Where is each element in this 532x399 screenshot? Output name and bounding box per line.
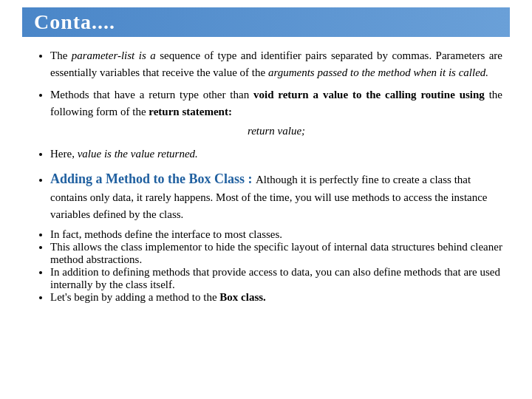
b2-text1: Methods that have a return type other th… xyxy=(50,89,253,100)
sb4-text1: Let's begin by adding a method to the xyxy=(50,291,219,303)
sb2-text: This allows the class implementor to hid… xyxy=(50,241,502,265)
slide-title: Conta.... xyxy=(22,7,510,37)
b3-text2: value is the value returned. xyxy=(78,148,198,160)
sb1-text: In fact, methods define the interface to… xyxy=(50,228,282,240)
b1-text1: The xyxy=(50,50,72,61)
sb4-text2: Box class. xyxy=(219,291,266,303)
b2-text4: return statement: xyxy=(149,106,232,117)
b3-text1: Here, xyxy=(50,148,78,160)
section-heading-item: Adding a Method to the Box Class : Altho… xyxy=(50,169,502,222)
bullet-3: Here, value is the value returned. xyxy=(50,146,502,163)
section-bullet-4: Let's begin by adding a method to the Bo… xyxy=(50,291,502,304)
section-heading-label: Adding a Method to the Box Class : xyxy=(50,171,256,186)
b1-text4: arguments passed to the method when it i… xyxy=(268,66,488,78)
section-bullet-1: In fact, methods define the interface to… xyxy=(50,228,502,241)
code-return: return value; xyxy=(50,123,502,140)
bullet-1: The parameter-list is a sequence of type… xyxy=(50,47,502,81)
content-area: The parameter-list is a sequence of type… xyxy=(22,47,510,304)
sb3-text: In addition to defining methods that pro… xyxy=(50,266,500,290)
slide-container: Conta.... The parameter-list is a sequen… xyxy=(0,0,532,399)
b2-text2: void return a value to the calling routi… xyxy=(253,89,485,100)
section-bullet-list: Adding a Method to the Box Class : Altho… xyxy=(30,169,502,304)
bullet-2: Methods that have a return type other th… xyxy=(50,86,502,140)
section-bullet-2: This allows the class implementor to hid… xyxy=(50,241,502,266)
b1-text2: parameter-list is a xyxy=(72,50,156,61)
section-bullet-3: In addition to defining methods that pro… xyxy=(50,266,502,291)
main-bullet-list: The parameter-list is a sequence of type… xyxy=(30,47,502,162)
